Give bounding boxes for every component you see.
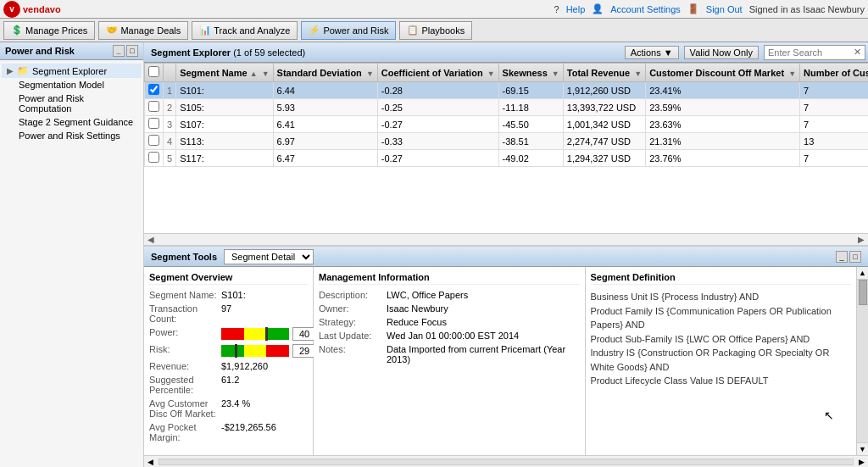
row-checkbox-cell[interactable] bbox=[145, 116, 164, 133]
notes-value: Data Imported from current Pricemart (Ye… bbox=[387, 344, 580, 364]
cell-coeff-var: -0.27 bbox=[377, 116, 498, 133]
cell-total-revenue: 1,001,342 USD bbox=[563, 116, 645, 133]
notes-label: Notes: bbox=[319, 344, 387, 364]
row-number: 2 bbox=[164, 99, 176, 116]
col-std-dev[interactable]: Standard Deviation ▼ bbox=[273, 64, 377, 82]
segment-explorer-title: Segment Explorer (1 of 59 selected) bbox=[151, 47, 305, 58]
tools-minimize-button[interactable]: _ bbox=[836, 251, 848, 263]
scroll-up-button[interactable]: ▲ bbox=[857, 267, 868, 280]
power-bar-thumb[interactable] bbox=[265, 327, 268, 341]
account-settings-link[interactable]: Account Settings bbox=[610, 4, 681, 14]
table-body: 1 S101: 6.44 -0.28 -69.15 1,912,260 USD … bbox=[145, 82, 869, 167]
sidebar-title: Power and Risk bbox=[5, 46, 75, 56]
description-value: LWC, Office Papers bbox=[387, 290, 580, 300]
search-clear-icon[interactable]: ✕ bbox=[854, 47, 861, 58]
overview-power-row: Power: bbox=[149, 327, 308, 341]
table-row[interactable]: 4 S113: 6.97 -0.33 -38.51 2,274,747 USD … bbox=[145, 133, 869, 150]
scroll-right-button[interactable]: ▶ bbox=[858, 235, 865, 244]
valid-now-button[interactable]: Valid Now Only bbox=[684, 46, 759, 59]
row-checkbox[interactable] bbox=[148, 84, 159, 95]
tools-expand-button[interactable]: □ bbox=[849, 251, 861, 263]
segment-detail-dropdown[interactable]: Segment Detail bbox=[224, 249, 314, 264]
chevron-right-icon: ▶ bbox=[7, 66, 14, 75]
mgmt-last-update-row: Last Update: Wed Jan 01 00:00:00 EST 201… bbox=[319, 331, 580, 341]
col-segment-name[interactable]: Segment Name ▲ ▼ bbox=[176, 64, 273, 82]
track-analyze-button[interactable]: 📊 Track and Analyze bbox=[192, 21, 298, 40]
segment-tools-panel: Segment Tools Segment Detail _ □ Segment… bbox=[144, 246, 868, 467]
row-number: 3 bbox=[164, 116, 176, 133]
row-number: 1 bbox=[164, 82, 176, 99]
last-update-value: Wed Jan 01 00:00:00 EST 2014 bbox=[387, 331, 580, 341]
h-scroll-right-button[interactable]: ▶ bbox=[855, 458, 868, 466]
sidebar-item-segment-explorer[interactable]: ▶ 📁 Segment Explorer bbox=[2, 64, 142, 78]
filter-icon[interactable]: ▼ bbox=[262, 69, 270, 78]
col-cust-disc[interactable]: Customer Discount Off Market ▼ bbox=[646, 64, 800, 82]
row-checkbox[interactable] bbox=[148, 135, 159, 146]
col-skewness[interactable]: Skewness ▼ bbox=[498, 64, 563, 82]
search-input[interactable] bbox=[764, 45, 865, 60]
col-num-customers[interactable]: Number of Customers ▼ bbox=[800, 64, 868, 82]
cell-skewness: -11.18 bbox=[498, 99, 563, 116]
table-row[interactable]: 1 S101: 6.44 -0.28 -69.15 1,912,260 USD … bbox=[145, 82, 869, 99]
select-all-header[interactable] bbox=[145, 64, 164, 82]
row-checkbox[interactable] bbox=[148, 101, 159, 112]
segment-name-value: S101: bbox=[221, 290, 308, 300]
manage-prices-button[interactable]: 💲 Manage Prices bbox=[3, 21, 95, 40]
manage-deals-button[interactable]: 🤝 Manage Deals bbox=[98, 21, 188, 40]
power-bar-track[interactable] bbox=[221, 328, 289, 340]
power-risk-button[interactable]: ⚡ Power and Risk bbox=[301, 21, 396, 40]
cell-cust-disc: 23.41% bbox=[646, 82, 800, 99]
filter-icon[interactable]: ▼ bbox=[552, 69, 559, 78]
segment-definition-text: Business Unit IS {Process Industry} AND … bbox=[591, 290, 852, 388]
scroll-thumb[interactable] bbox=[859, 280, 867, 305]
row-checkbox-cell[interactable] bbox=[145, 82, 164, 99]
bottom-scrollbar[interactable]: ◀ ▶ bbox=[144, 455, 868, 467]
overview-avg-cust-disc-row: Avg Customer Disc Off Market: 23.4 % bbox=[149, 398, 308, 419]
actions-button[interactable]: Actions ▼ bbox=[625, 46, 679, 59]
h-scroll-left-button[interactable]: ◀ bbox=[144, 458, 157, 466]
table-row[interactable]: 5 S117: 6.47 -0.27 -49.02 1,294,327 USD … bbox=[145, 150, 869, 167]
table-row[interactable]: 3 S107: 6.41 -0.27 -45.50 1,001,342 USD … bbox=[145, 116, 869, 133]
right-scrollbar[interactable]: ▲ ▼ bbox=[856, 267, 868, 455]
owner-value: Isaac Newbury bbox=[387, 303, 580, 314]
risk-value-input[interactable] bbox=[292, 344, 316, 358]
sidebar-item-power-risk-computation[interactable]: Power and Risk Computation bbox=[2, 92, 142, 115]
risk-bar-thumb[interactable] bbox=[235, 344, 237, 358]
select-all-checkbox[interactable] bbox=[148, 66, 159, 77]
playbooks-button[interactable]: 📋 Playbooks bbox=[399, 21, 472, 40]
sidebar-expand-button[interactable]: □ bbox=[126, 45, 138, 57]
management-info-panel: Management Information Description: LWC,… bbox=[314, 267, 586, 455]
scroll-track[interactable] bbox=[857, 280, 868, 442]
sidebar-header-controls: _ □ bbox=[113, 45, 138, 57]
power-value-input[interactable] bbox=[292, 327, 316, 341]
sidebar-header: Power and Risk _ □ bbox=[0, 42, 143, 60]
row-checkbox[interactable] bbox=[148, 152, 159, 163]
sidebar-minimize-button[interactable]: _ bbox=[113, 45, 125, 57]
filter-icon[interactable]: ▼ bbox=[366, 69, 374, 78]
risk-bar-track[interactable] bbox=[221, 345, 289, 357]
overview-avg-pocket-margin-row: Avg Pocket Margin: -$219,265.56 bbox=[149, 422, 308, 442]
row-checkbox[interactable] bbox=[148, 118, 159, 129]
col-coeff-var[interactable]: Coefficient of Variation ▼ bbox=[377, 64, 498, 82]
scroll-left-button[interactable]: ◀ bbox=[147, 235, 154, 244]
filter-icon[interactable]: ▼ bbox=[487, 69, 495, 78]
row-checkbox-cell[interactable] bbox=[145, 133, 164, 150]
power-icon: ⚡ bbox=[309, 25, 320, 36]
h-scroll-track[interactable] bbox=[159, 459, 854, 465]
sign-out-link[interactable]: Sign Out bbox=[706, 4, 743, 14]
sidebar-item-settings[interactable]: Power and Risk Settings bbox=[2, 129, 142, 142]
table-row[interactable]: 2 S105: 5.93 -0.25 -11.18 13,393,722 USD… bbox=[145, 99, 869, 116]
scroll-down-button[interactable]: ▼ bbox=[857, 442, 868, 455]
row-checkbox-cell[interactable] bbox=[145, 99, 164, 116]
playbooks-icon: 📋 bbox=[407, 25, 419, 36]
row-checkbox-cell[interactable] bbox=[145, 150, 164, 167]
track-icon: 📊 bbox=[199, 25, 211, 36]
col-total-revenue[interactable]: Total Revenue ▼ bbox=[563, 64, 645, 82]
filter-icon[interactable]: ▼ bbox=[634, 69, 642, 78]
segment-table-container[interactable]: Segment Name ▲ ▼ Standard Deviation ▼ Co… bbox=[144, 63, 868, 233]
sidebar-item-stage2-guidance[interactable]: Stage 2 Segment Guidance bbox=[2, 115, 142, 129]
cell-std-dev: 6.97 bbox=[273, 133, 377, 150]
sidebar-item-segmentation-model[interactable]: Segmentation Model bbox=[2, 78, 142, 92]
filter-icon[interactable]: ▼ bbox=[788, 69, 796, 78]
help-link[interactable]: Help bbox=[566, 4, 586, 14]
